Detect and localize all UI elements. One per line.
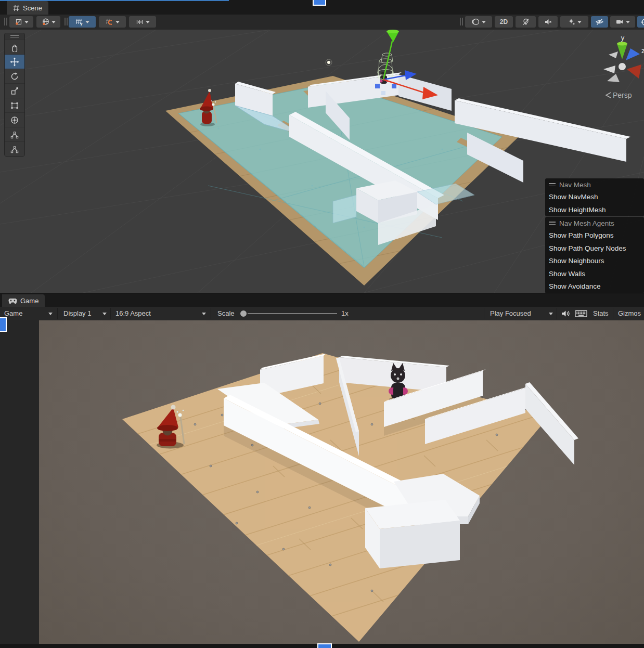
toolbar-separator (65, 18, 68, 25)
scale-slider-track[interactable] (248, 313, 337, 314)
game-viewport[interactable] (0, 320, 644, 644)
show-neighbours-toggle[interactable]: Show Neighbours (545, 255, 644, 268)
dock-marker-top (313, 0, 326, 6)
scale-tool-button[interactable] (5, 83, 24, 98)
gizmo-plane-handle[interactable] (392, 84, 396, 88)
grid-visibility-button[interactable]: Y (69, 16, 96, 28)
audio-muted-icon (544, 18, 552, 26)
grid-snapping-button[interactable] (99, 16, 126, 28)
axis-y-cone[interactable] (617, 44, 627, 59)
tool-palette (4, 33, 25, 157)
show-heightmesh-toggle[interactable]: Show HeightMesh (545, 204, 644, 217)
hand-icon (10, 43, 19, 52)
snap-increment-button[interactable] (129, 16, 156, 28)
aspect-ratio-dropdown[interactable]: 16:9 Aspect (115, 307, 151, 320)
navmesh-agents-overlay-header[interactable]: Nav Mesh Agents (545, 217, 644, 229)
stats-label: Stats (593, 309, 609, 317)
toolbar-divider (613, 308, 613, 319)
dock-marker-left (0, 317, 7, 332)
axis-z-cone[interactable] (626, 48, 640, 60)
navmesh-agents-overlay-title: Nav Mesh Agents (559, 219, 614, 227)
scene-lighting-button[interactable] (516, 16, 536, 28)
scene-toolbar: Y (0, 15, 644, 30)
tab-scene[interactable]: Scene (7, 1, 48, 15)
gizmos-button[interactable]: Gizmos (618, 307, 641, 320)
palette-drag-handle[interactable] (5, 33, 24, 40)
display-mode-dropdown[interactable]: Game (4, 307, 22, 320)
svg-text:Y: Y (80, 22, 83, 27)
show-path-query-nodes-toggle[interactable]: Show Path Query Nodes (545, 242, 644, 255)
2d-label: 2D (500, 18, 508, 25)
camera-settings-button[interactable] (610, 16, 635, 28)
2d-toggle-button[interactable]: 2D (495, 16, 513, 28)
display-select-dropdown[interactable]: Display 1 (63, 307, 91, 320)
axis-x-cone[interactable] (627, 64, 641, 79)
scale-slider-knob[interactable] (240, 310, 247, 317)
camera-icon (615, 18, 624, 26)
rotate-tool-button[interactable] (5, 69, 24, 83)
game-input-button[interactable] (575, 309, 587, 320)
show-path-polygons-toggle[interactable]: Show Path Polygons (545, 229, 644, 242)
show-avoidance-toggle[interactable]: Show Avoidance (545, 280, 644, 293)
navmesh-overlay-title: Nav Mesh (559, 181, 591, 189)
unity-editor: { "scene_panel": { "tab_label": "Scene",… (0, 0, 644, 648)
navmesh-overlay-header[interactable]: Nav Mesh (545, 178, 644, 191)
snap-magnet-icon (106, 18, 114, 26)
joint-angular-limits-icon (10, 130, 19, 139)
aspect-ratio-label: 16:9 Aspect (115, 309, 151, 317)
projection-label[interactable]: Persp (613, 91, 632, 99)
scale-value: 1x (341, 307, 349, 320)
toolbar-divider (557, 308, 557, 319)
dropdown-caret (115, 21, 120, 25)
move-icon (10, 57, 19, 67)
move-tool-button[interactable] (5, 54, 24, 69)
scene-visibility-button[interactable] (591, 16, 608, 28)
grid-y-icon: Y (75, 18, 84, 26)
dropdown-caret (549, 313, 553, 317)
scene-orientation-gizmo[interactable]: y z Persp (603, 34, 644, 99)
toolbar-divider (484, 308, 484, 319)
dropdown-caret (48, 313, 53, 317)
custom-tool-button-1[interactable] (5, 127, 24, 141)
gizmo-sphere-icon (641, 18, 644, 27)
game-audio-button[interactable] (561, 309, 571, 320)
display-mode-label: Game (4, 309, 22, 317)
game-toolbar: Game Display 1 16:9 Aspect Scale 1x Play… (0, 307, 644, 321)
globe-icon (42, 18, 50, 26)
scene-viewport[interactable]: y z Persp (0, 30, 644, 293)
transform-icon (10, 115, 19, 125)
scene-tab-label: Scene (23, 4, 42, 12)
show-walls-toggle[interactable]: Show Walls (545, 268, 644, 281)
gizmo-plane-handle[interactable] (375, 84, 380, 88)
effects-visibility-button[interactable] (560, 16, 588, 28)
dropdown-caret (202, 313, 206, 317)
gamepad-icon (8, 298, 17, 304)
game-render-area[interactable] (39, 320, 644, 644)
custom-tool-button-2[interactable] (5, 141, 24, 156)
gizmos-toggle-button[interactable] (637, 16, 644, 28)
tool-handle-position-button[interactable] (9, 16, 33, 28)
toolbar-grip[interactable] (4, 18, 7, 25)
speaker-icon (561, 309, 571, 318)
audio-mute-button[interactable] (538, 16, 558, 28)
rect-tool-icon (10, 101, 19, 110)
game-tab-label: Game (20, 297, 38, 305)
tab-game[interactable]: Game (2, 294, 45, 307)
light-gizmo[interactable] (326, 59, 332, 66)
play-focus-dropdown[interactable]: Play Focused (490, 307, 531, 320)
drag-handle-icon (549, 183, 556, 186)
rect-tool-button[interactable] (5, 98, 24, 112)
show-navmesh-toggle[interactable]: Show NavMesh (545, 191, 644, 204)
stats-button[interactable]: Stats (593, 307, 609, 320)
dropdown-caret (51, 21, 56, 25)
dropdown-caret (577, 21, 582, 25)
toolbar-separator (460, 18, 463, 25)
display-select-label: Display 1 (63, 309, 91, 317)
transform-tool-button[interactable] (5, 112, 24, 127)
shading-mode-button[interactable] (465, 16, 492, 28)
tool-handle-rotation-button[interactable] (36, 16, 60, 28)
play-focus-label: Play Focused (490, 309, 531, 317)
axis-y-label: y (621, 34, 625, 42)
view-tool-button[interactable] (5, 40, 24, 54)
toolbar-divider (211, 308, 211, 319)
